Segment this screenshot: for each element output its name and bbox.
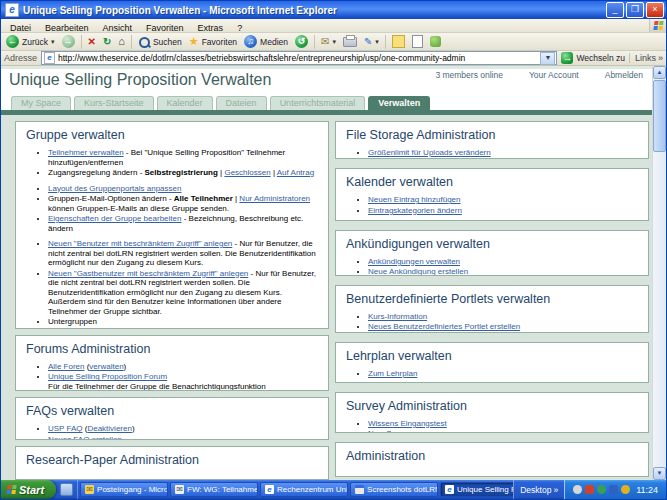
home-button[interactable]: ⌂ xyxy=(115,34,128,49)
stop-button[interactable]: ✕ xyxy=(85,34,99,49)
admin-link[interactable]: Layout des Gruppenportals anpassen xyxy=(48,184,181,193)
list-item: Unique Selling Proposition ForumFür die … xyxy=(48,372,318,391)
tray-icon[interactable] xyxy=(585,485,594,494)
list-item: Kurs-Information xyxy=(368,312,638,322)
edit-button[interactable]: ✎▾ xyxy=(361,34,382,49)
admin-link[interactable]: Teilnehmer verwalten xyxy=(48,148,124,157)
menu-extras[interactable]: Extras xyxy=(191,23,231,33)
taskbar-task-rechenzentrum-uni-k[interactable]: eRechenzentrum Uni K... xyxy=(260,482,348,497)
admin-link[interactable]: Unique Selling Proposition Forum xyxy=(48,372,167,381)
favorites-button[interactable]: ★Favoriten xyxy=(186,34,240,49)
address-dropdown-icon[interactable]: ▼ xyxy=(540,52,555,65)
admin-link[interactable]: Eintragskategorien ändern xyxy=(368,206,462,215)
taskbar-task-screenshots-dotlrn[interactable]: Screenshots dotLRN... xyxy=(350,482,438,497)
panel-list: Ankündigungen verwaltenNeue Ankündigung … xyxy=(368,257,638,276)
admin-link[interactable]: Zum Lehrplan xyxy=(368,369,417,378)
tray-icon[interactable] xyxy=(609,485,618,494)
tab-verwalten[interactable]: Verwalten xyxy=(368,96,430,110)
tab-dateien[interactable]: Dateien xyxy=(216,96,267,110)
outlook-icon: ✉ xyxy=(85,485,94,494)
discuss-button[interactable] xyxy=(389,34,408,49)
start-button[interactable]: Start xyxy=(1,480,56,499)
scroll-up-button[interactable]: ▲ xyxy=(653,66,666,79)
minimize-button[interactable]: _ xyxy=(606,2,624,18)
edit-dropdown-icon[interactable]: ▾ xyxy=(375,38,379,46)
forward-button[interactable]: → xyxy=(59,34,78,49)
admin-link[interactable]: Kurs-Information xyxy=(368,312,427,321)
admin-link[interactable]: Neuen "Benutzer mit beschränktem Zugriff… xyxy=(48,239,232,248)
close-button[interactable]: × xyxy=(646,2,664,18)
admin-link[interactable]: Geschlossen xyxy=(224,168,270,177)
logout-link[interactable]: Abmelden xyxy=(605,70,643,80)
admin-link[interactable]: verwalten xyxy=(89,362,123,371)
menu-[interactable]: ? xyxy=(230,23,249,33)
admin-link[interactable]: Projektgruppe 1 xyxy=(64,328,120,329)
admin-link[interactable]: Neue Ankündigung erstellen xyxy=(368,267,468,276)
admin-link[interactable]: Nur Administratoren xyxy=(239,194,310,203)
menu-ansicht[interactable]: Ansicht xyxy=(96,23,140,33)
windows-flag-icon xyxy=(6,485,16,494)
search-button[interactable]: Suchen xyxy=(135,34,185,49)
list-item: Alle Foren (verwalten) xyxy=(48,362,318,372)
tab-my-space[interactable]: My Space xyxy=(11,96,71,110)
address-input[interactable]: e http://www.theservice.de/dotlrn/classe… xyxy=(41,51,557,65)
admin-link[interactable]: Neues Benutzerdefiniertes Portlet erstel… xyxy=(368,322,520,331)
browser-toolbar: ←Zurück▾ → ✕ ↻ ⌂ Suchen ★Favoriten ♫Medi… xyxy=(1,33,666,51)
tab-unterrichtsmaterial[interactable]: Unterrichtsmaterial xyxy=(270,96,366,110)
desktop-chevron-icon: » xyxy=(553,485,558,495)
admin-link[interactable]: Neuen Eintrag hinzufügen xyxy=(368,195,461,204)
admin-link[interactable]: Auf Antrag xyxy=(277,168,314,177)
right-column: File Storage AdministrationGrößenlimit f… xyxy=(335,121,649,480)
tray-icon[interactable] xyxy=(597,485,606,494)
mail-button[interactable]: ✉▾ xyxy=(318,34,339,49)
print-button[interactable] xyxy=(340,34,360,49)
admin-link[interactable]: Neues FAQ erstellen xyxy=(48,435,122,440)
menu-favoriten[interactable]: Favoriten xyxy=(139,23,191,33)
taskbar-task-unique-selling-propos[interactable]: eUnique Selling Propos... xyxy=(440,482,513,497)
messenger-button[interactable] xyxy=(427,34,444,49)
media-button[interactable]: ♫Medien xyxy=(241,34,291,49)
tab-kurs-startseite[interactable]: Kurs-Startseite xyxy=(74,96,154,110)
tray-icon[interactable] xyxy=(573,485,582,494)
maximize-button[interactable]: ❐ xyxy=(626,2,644,18)
mail-dropdown-icon[interactable]: ▾ xyxy=(332,38,336,46)
tray-icon[interactable] xyxy=(621,485,630,494)
admin-link[interactable]: New Survey xyxy=(368,429,411,433)
address-label: Adresse xyxy=(4,53,37,63)
media-icon: ♫ xyxy=(244,35,257,48)
back-dropdown-icon[interactable]: ▾ xyxy=(51,38,55,46)
scroll-thumb[interactable] xyxy=(653,80,666,152)
menu-bearbeiten[interactable]: Bearbeiten xyxy=(38,23,96,33)
research-button[interactable] xyxy=(409,34,426,49)
admin-link[interactable]: Verwalten xyxy=(127,328,162,329)
list-item: Neuen Eintrag hinzufügen xyxy=(368,195,638,205)
admin-link[interactable]: Eigenschaften der Gruppe bearbeiten xyxy=(48,214,181,223)
refresh-button[interactable]: ↻ xyxy=(100,34,114,49)
admin-link[interactable]: Neuen "Gastbenutzer mit beschränktem Zug… xyxy=(48,269,248,278)
desktop-toolbar[interactable]: Desktop » xyxy=(513,480,564,499)
menu-datei[interactable]: Datei xyxy=(3,23,38,33)
links-toolbar[interactable]: Links » xyxy=(629,53,663,63)
admin-link[interactable]: Größenlimit für Uploads verändern xyxy=(368,148,491,157)
your-account-link[interactable]: Your Account xyxy=(529,70,579,80)
history-button[interactable]: ↺ xyxy=(292,34,311,49)
vertical-scrollbar[interactable]: ▲ ▼ xyxy=(652,66,666,480)
admin-link[interactable]: Deaktivieren xyxy=(87,424,131,433)
admin-link[interactable]: Alle Foren xyxy=(48,362,84,371)
taskbar-task-fw-wg-teilnahme-v[interactable]: ✉FW: WG: Teilnahme v... xyxy=(170,482,258,497)
admin-link[interactable]: Wissens Eingangstest xyxy=(368,419,447,428)
admin-link[interactable]: USP FAQ xyxy=(48,424,83,433)
admin-link[interactable]: Archivieren xyxy=(168,328,208,329)
admin-link[interactable]: Ankündigungen verwalten xyxy=(368,257,460,266)
list-item: Neuen "Gastbenutzer mit beschränktem Zug… xyxy=(48,269,318,317)
tab-kalender[interactable]: Kalender xyxy=(157,96,213,110)
history-icon: ↺ xyxy=(295,35,308,48)
list-item: Layout des Gruppenportals anpassen xyxy=(48,184,318,194)
show-desktop-icon[interactable] xyxy=(60,483,73,496)
taskbar-task-posteingang-micros[interactable]: ✉Posteingang - Micros... xyxy=(80,482,168,497)
back-button[interactable]: ←Zurück▾ xyxy=(3,34,58,49)
taskbar: Start ✉Posteingang - Micros...✉FW: WG: T… xyxy=(1,480,666,499)
scroll-down-button[interactable]: ▼ xyxy=(653,467,666,480)
panel-title: Benutzerdefinierte Portlets verwalten xyxy=(346,292,638,306)
go-button[interactable]: → Wechseln zu xyxy=(561,52,625,64)
